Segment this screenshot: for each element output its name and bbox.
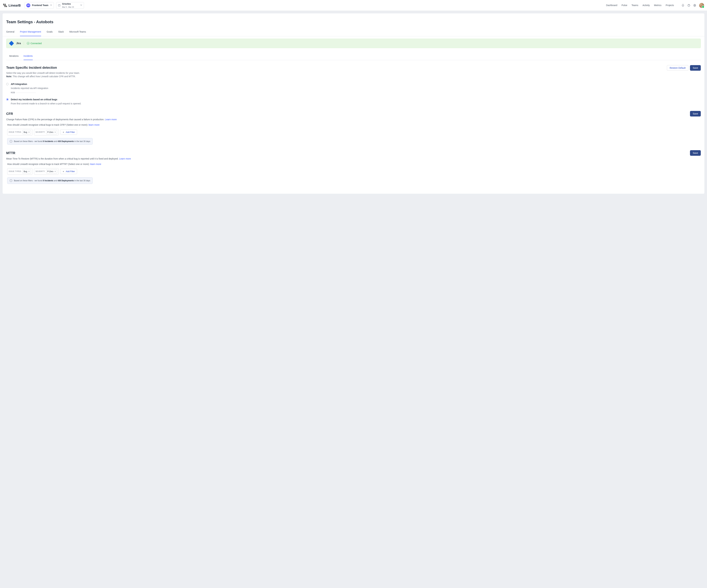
chip-label: SEVERITY bbox=[35, 170, 45, 173]
info-icon: i bbox=[10, 140, 12, 143]
context-selector[interactable]: Grizzlies Mar 9 - Mar 23 bbox=[56, 2, 84, 9]
save-mttr-button[interactable]: Save bbox=[690, 150, 701, 156]
pm-subtabs: Iterations Incidents bbox=[6, 53, 701, 60]
detection-note-text: This change will affect how LinearB calc… bbox=[12, 75, 76, 78]
team-selector-label: Frontend Team bbox=[32, 4, 48, 7]
cfr-question: How should LinearB recognize critical bu… bbox=[7, 124, 89, 126]
save-cfr-button[interactable]: Save bbox=[690, 111, 701, 116]
integration-name: Jira bbox=[16, 41, 21, 45]
page-title: Team Settings - Autobots bbox=[3, 13, 704, 29]
main-panel: Team Settings - Autobots General Project… bbox=[3, 13, 704, 194]
bell-icon[interactable] bbox=[681, 4, 684, 7]
check-circle-icon bbox=[27, 42, 30, 45]
jira-icon bbox=[9, 41, 14, 46]
divider bbox=[24, 41, 24, 45]
tab-general[interactable]: General bbox=[6, 29, 14, 36]
chip-value: Bug ✕ bbox=[23, 169, 31, 174]
remove-chip-icon[interactable]: ✕ bbox=[28, 131, 30, 134]
info-icon: i bbox=[10, 179, 12, 182]
radio-api-label: API Integration bbox=[11, 82, 48, 86]
nav-activity[interactable]: Activity bbox=[642, 4, 650, 7]
detection-radio-group: API Integration Incidents reported via A… bbox=[6, 82, 701, 105]
mttr-info-bar: i Based on these filters - we found 0 In… bbox=[7, 177, 93, 184]
team-selector[interactable]: DO Frontend Team bbox=[25, 2, 54, 9]
chip-value-text: Bug bbox=[24, 170, 27, 173]
cfr-title: CFR bbox=[6, 111, 13, 116]
cfr-learn-more2-link[interactable]: learn more bbox=[89, 124, 100, 126]
remove-chip-icon[interactable]: ✕ bbox=[54, 170, 56, 173]
cfr-add-filter-button[interactable]: ＋ Add Filter bbox=[60, 129, 77, 135]
nav-projects[interactable]: Projects bbox=[666, 4, 674, 7]
logo-text: LinearB bbox=[8, 3, 21, 8]
remove-chip-icon[interactable]: ✕ bbox=[54, 131, 56, 134]
gear-icon[interactable] bbox=[693, 4, 696, 7]
mttr-learn-more2-link[interactable]: learn more bbox=[90, 163, 101, 165]
chip-value-text: P-Zero bbox=[47, 131, 53, 134]
tab-slack[interactable]: Slack bbox=[58, 29, 64, 36]
radio-api-integration[interactable] bbox=[6, 83, 8, 85]
help-icon[interactable] bbox=[687, 4, 690, 7]
info-suffix: in the last 30 days bbox=[74, 179, 90, 182]
info-prefix: Based on these filters - we found bbox=[14, 179, 43, 182]
chip-label: ISSUE TYPES bbox=[9, 131, 21, 134]
svg-point-2 bbox=[4, 5, 5, 6]
chip-label: SEVERITY bbox=[35, 131, 45, 134]
cfr-filter-issue-types: ISSUE TYPES Bug ✕ bbox=[7, 129, 32, 135]
tab-project-management[interactable]: Project Management bbox=[20, 29, 41, 36]
mttr-question: How should LinearB recognize critical bu… bbox=[7, 163, 90, 165]
mttr-filter-issue-types: ISSUE TYPES Bug ✕ bbox=[7, 168, 32, 175]
nav-metrics[interactable]: Metrics bbox=[654, 4, 661, 7]
nav-dashboard[interactable]: Dashboard bbox=[606, 4, 617, 7]
add-filter-label: Add Filter bbox=[66, 170, 75, 173]
nav-teams[interactable]: Teams bbox=[632, 4, 638, 7]
chevron-down-icon bbox=[50, 4, 52, 7]
info-deployments: 430 Deployments bbox=[58, 179, 74, 182]
team-avatar: DO bbox=[26, 3, 30, 7]
mttr-filter-severity: SEVERITY P-Zero ✕ bbox=[34, 168, 59, 175]
radio-api-sub: Incidents reported via API integration bbox=[11, 87, 48, 90]
svg-point-5 bbox=[6, 6, 7, 7]
save-detection-button[interactable]: Save bbox=[690, 65, 701, 71]
cfr-desc: Change Failure Rate (CFR) is the percent… bbox=[6, 118, 105, 121]
integration-status-bar: Jira Connected bbox=[6, 39, 701, 48]
mttr-add-filter-button[interactable]: ＋ Add Filter bbox=[60, 169, 77, 174]
integration-status-label: Connected bbox=[30, 42, 41, 45]
svg-point-8 bbox=[695, 5, 695, 6]
chip-value-text: P-Zero bbox=[47, 170, 53, 173]
radio-bugs-label: Detect my incidents based on critical bu… bbox=[11, 98, 81, 101]
info-incidents: 0 Incidents bbox=[43, 140, 53, 142]
svg-point-4 bbox=[5, 6, 6, 7]
tab-goals[interactable]: Goals bbox=[47, 29, 53, 36]
api-id-value: f439 bbox=[11, 91, 15, 94]
integration-status: Connected bbox=[27, 42, 41, 45]
chevron-down-icon bbox=[80, 4, 82, 7]
app-logo[interactable]: LinearB bbox=[3, 3, 21, 8]
cfr-learn-more-link[interactable]: Learn more bbox=[105, 118, 117, 121]
cfr-filter-severity: SEVERITY P-Zero ✕ bbox=[34, 129, 59, 135]
chip-value: Bug ✕ bbox=[23, 130, 31, 134]
tab-msteams[interactable]: Microsoft Teams bbox=[69, 29, 86, 36]
restore-default-button[interactable]: Restore Default bbox=[667, 65, 688, 71]
chip-value: P-Zero ✕ bbox=[46, 130, 57, 134]
calendar-icon bbox=[58, 4, 61, 7]
radio-critical-bugs[interactable] bbox=[6, 98, 8, 101]
svg-point-1 bbox=[5, 4, 6, 5]
mttr-title: MTTR bbox=[6, 150, 15, 155]
subtab-incidents[interactable]: Incidents bbox=[24, 53, 33, 60]
info-incidents: 0 Incidents bbox=[43, 179, 53, 182]
user-avatar[interactable] bbox=[699, 3, 704, 8]
subtab-iterations[interactable]: Iterations bbox=[9, 53, 19, 60]
mttr-desc: Mean Time To Restore (MTTR) is the durat… bbox=[6, 158, 119, 160]
chip-label: ISSUE TYPES bbox=[9, 170, 21, 173]
plus-icon: ＋ bbox=[62, 170, 65, 173]
info-and: and bbox=[53, 140, 58, 142]
mttr-learn-more-link[interactable]: Learn more bbox=[119, 158, 131, 160]
add-filter-label: Add Filter bbox=[66, 131, 75, 134]
logo-mark-icon bbox=[3, 4, 7, 7]
remove-chip-icon[interactable]: ✕ bbox=[28, 170, 30, 173]
plus-icon: ＋ bbox=[62, 131, 65, 134]
masked-value: ·························· bbox=[16, 91, 36, 94]
nav-pulse[interactable]: Pulse bbox=[621, 4, 627, 7]
info-and: and bbox=[53, 179, 58, 182]
info-suffix: in the last 30 days bbox=[74, 140, 90, 142]
